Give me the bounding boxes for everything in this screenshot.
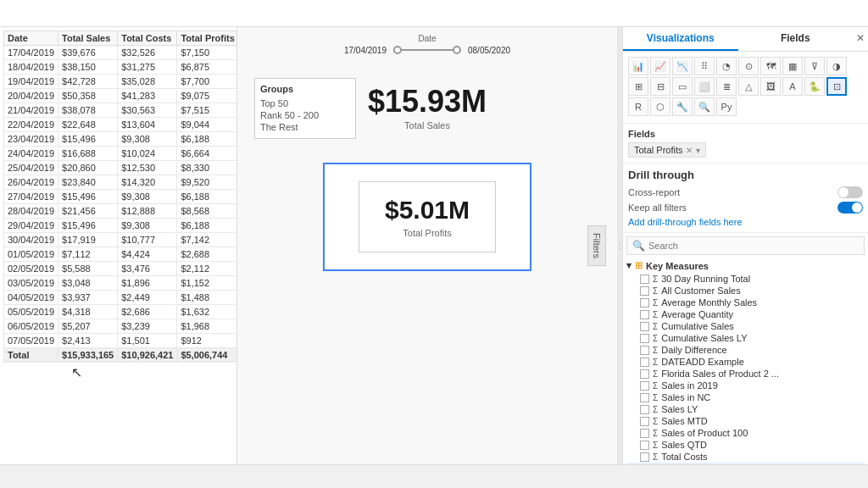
table-cell: $42,728 bbox=[58, 75, 118, 89]
field-item[interactable]: Σ30 Day Running Total bbox=[626, 273, 865, 285]
viz-icon-bar[interactable]: 📊 bbox=[628, 57, 648, 75]
field-checkbox[interactable] bbox=[640, 381, 649, 391]
table-cell: $30,563 bbox=[118, 103, 177, 118]
field-item[interactable]: ΣSales LY bbox=[626, 403, 865, 415]
field-icon-sigma: Σ bbox=[653, 429, 658, 438]
viz-icon-scatter[interactable]: ⠿ bbox=[694, 57, 715, 75]
close-icon[interactable]: ✕ bbox=[853, 27, 868, 51]
viz-icon-gauge[interactable]: ◑ bbox=[826, 57, 847, 75]
groups-item: Rank 50 - 200 bbox=[260, 109, 350, 121]
kpi-total-sales-label: Total Sales bbox=[368, 120, 487, 130]
field-item-label: Daily Difference bbox=[661, 345, 726, 355]
key-measures-group-header[interactable]: ▾ ⊞ Key Measures bbox=[626, 260, 865, 271]
viz-icon-table[interactable]: ⊞ bbox=[628, 77, 648, 96]
key-measures-icon: ⊞ bbox=[635, 260, 643, 271]
table-cell: $3,239 bbox=[118, 319, 177, 334]
field-item[interactable]: ΣAverage Quantity bbox=[626, 308, 865, 320]
viz-icon-card[interactable]: ▭ bbox=[672, 77, 693, 96]
viz-icon-slicer[interactable]: ≣ bbox=[716, 77, 737, 96]
viz-icon-r[interactable]: R bbox=[628, 97, 648, 116]
field-icon-sigma: Σ bbox=[653, 346, 658, 355]
field-item[interactable]: ΣAverage Monthly Sales bbox=[626, 297, 865, 308]
table-total-row: Total$15,933,165$10,926,421$5,006,744 bbox=[4, 348, 238, 363]
field-icon-sigma: Σ bbox=[653, 441, 658, 450]
viz-icon-shape[interactable]: △ bbox=[738, 77, 759, 96]
field-checkbox[interactable] bbox=[640, 429, 649, 438]
fields-section: Fields Total Profits ✕ ▾ bbox=[623, 124, 868, 164]
field-item[interactable]: ΣSales QTD bbox=[626, 439, 865, 451]
viz-icon-area[interactable]: 📉 bbox=[672, 57, 693, 75]
cross-report-toggle[interactable] bbox=[837, 186, 863, 198]
table-cell: 04/05/2019 bbox=[4, 291, 58, 305]
field-item[interactable]: ΣCumulative Sales LY bbox=[626, 332, 865, 344]
viz-icon-donut[interactable]: ⊙ bbox=[738, 57, 759, 75]
viz-icon-extra2[interactable]: Py bbox=[716, 97, 737, 116]
fields-chip-chevron[interactable]: ▾ bbox=[696, 146, 700, 155]
viz-icon-matrix[interactable]: ⊟ bbox=[650, 77, 670, 96]
field-item[interactable]: ΣSales in 2019 bbox=[626, 380, 865, 391]
viz-icon-funnel[interactable]: ⊽ bbox=[804, 57, 825, 75]
table-row: 05/05/2019$4,318$2,686$1,632 bbox=[4, 305, 238, 319]
search-input[interactable] bbox=[648, 241, 859, 251]
field-item[interactable]: ΣCumulative Sales bbox=[626, 320, 865, 332]
field-checkbox[interactable] bbox=[640, 405, 649, 414]
field-item[interactable]: ΣSales MTD bbox=[626, 415, 865, 427]
viz-icon-text[interactable]: A bbox=[782, 77, 803, 96]
field-checkbox[interactable] bbox=[640, 369, 649, 379]
field-checkbox[interactable] bbox=[640, 417, 649, 426]
kpi-total-sales: $15.93M Total Sales bbox=[368, 86, 487, 130]
field-checkbox[interactable] bbox=[640, 310, 649, 319]
field-item-label: Sales QTD bbox=[661, 440, 707, 450]
field-checkbox[interactable] bbox=[640, 452, 649, 462]
viz-icon-line[interactable]: 📈 bbox=[650, 57, 670, 75]
table-row: 17/04/2019$39,676$32,526$7,150 bbox=[4, 46, 238, 60]
cross-report-row: Cross-report bbox=[628, 186, 863, 198]
field-item-label: 30 Day Running Total bbox=[661, 274, 750, 284]
viz-icon-kpi[interactable]: ⬜ bbox=[694, 77, 715, 96]
viz-icons-row-2: ⊞ ⊟ ▭ ⬜ ≣ △ 🖼 A 🐍 ⊡ bbox=[628, 77, 863, 96]
table-cell: 29/04/2019 bbox=[4, 219, 58, 233]
field-checkbox[interactable] bbox=[640, 393, 649, 402]
field-checkbox[interactable] bbox=[640, 334, 649, 343]
viz-icon-image[interactable]: 🖼 bbox=[760, 77, 781, 96]
field-checkbox[interactable] bbox=[640, 298, 649, 308]
viz-icon-extra1[interactable]: ⬡ bbox=[650, 97, 670, 116]
main-area: DateTotal SalesTotal CostsTotal Profits … bbox=[0, 27, 868, 464]
date-slider[interactable] bbox=[393, 45, 461, 55]
viz-icon-pie[interactable]: ◔ bbox=[716, 57, 737, 75]
viz-icon-selected[interactable]: ⊡ bbox=[826, 77, 847, 96]
field-item-label: Cumulative Sales bbox=[661, 321, 734, 331]
fields-chip-text: Total Profits bbox=[634, 145, 682, 155]
field-item[interactable]: ΣFlorida Sales of Product 2 ... bbox=[626, 368, 865, 380]
field-item[interactable]: ΣTotal Costs bbox=[626, 451, 865, 463]
viz-icon-tree[interactable]: ▦ bbox=[782, 57, 803, 75]
field-icon-sigma: Σ bbox=[653, 286, 658, 296]
fields-chip-remove[interactable]: ✕ bbox=[686, 146, 693, 155]
field-checkbox[interactable] bbox=[640, 346, 649, 355]
groups-item: The Rest bbox=[260, 121, 350, 133]
field-item[interactable]: ΣAll Customer Sales bbox=[626, 285, 865, 297]
table-row: 30/04/2019$17,919$10,777$7,142 bbox=[4, 233, 238, 247]
table-cell: $6,875 bbox=[177, 60, 237, 75]
field-checkbox[interactable] bbox=[640, 441, 649, 450]
field-item[interactable]: ΣSales in NC bbox=[626, 391, 865, 403]
add-drill-btn[interactable]: Add drill-through fields here bbox=[628, 217, 863, 227]
field-checkbox[interactable] bbox=[640, 286, 649, 296]
tab-fields[interactable]: Fields bbox=[738, 27, 854, 51]
field-item[interactable]: ΣSales of Product 100 bbox=[626, 427, 865, 439]
table-cell: 26/04/2019 bbox=[4, 175, 58, 190]
field-checkbox[interactable] bbox=[640, 358, 649, 367]
table-cell: $1,896 bbox=[118, 276, 177, 291]
viz-icon-format[interactable]: 🔧 bbox=[672, 97, 693, 116]
table-cell: $4,318 bbox=[58, 305, 118, 319]
field-item[interactable]: ΣDATEADD Example bbox=[626, 356, 865, 368]
viz-icon-python[interactable]: 🐍 bbox=[804, 77, 825, 96]
keep-filters-toggle[interactable] bbox=[837, 202, 863, 214]
tab-visualizations[interactable]: Visualizations bbox=[623, 27, 738, 51]
field-item[interactable]: ΣDaily Difference bbox=[626, 344, 865, 356]
filters-tab[interactable]: Filters bbox=[587, 225, 606, 266]
field-checkbox[interactable] bbox=[640, 274, 649, 284]
field-checkbox[interactable] bbox=[640, 322, 649, 331]
viz-icon-map[interactable]: 🗺 bbox=[760, 57, 781, 75]
viz-icon-analytics[interactable]: 🔍 bbox=[694, 97, 715, 116]
